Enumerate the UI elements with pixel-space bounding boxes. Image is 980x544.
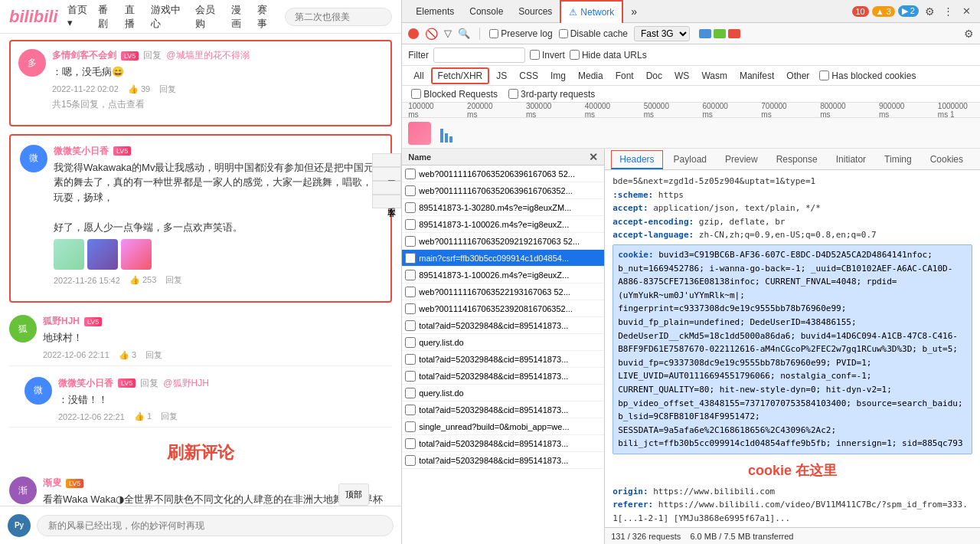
like-btn-2[interactable]: 👍 253 [129,275,156,285]
request-row-17[interactable]: total?aid=520329848&cid=895141873... [402,435,604,452]
reply-btn-3[interactable]: 回复 [145,349,162,361]
tab-payload[interactable]: Payload [666,151,714,169]
type-tab-ws[interactable]: WS [669,69,694,83]
request-checkbox-11[interactable] [405,337,416,348]
tab-cookies[interactable]: Cookies [923,151,971,169]
tab-headers[interactable]: Headers [611,150,662,169]
request-row-18[interactable]: total?aid=520329848&cid=895141873... [402,452,604,469]
preserve-log-label[interactable]: Preserve log [489,28,552,39]
tab-console[interactable]: Console [462,0,511,23]
nav-sports[interactable]: 赛事 [257,3,276,31]
nav-game[interactable]: 游戏中心 [151,3,188,31]
reply-username-1[interactable]: @城墙里的花不得溺 [166,49,249,62]
request-checkbox-15[interactable] [405,405,416,415]
preserve-log-checkbox[interactable] [489,29,498,38]
request-row-5[interactable]: web?00111116706352092192167063 52... [402,233,604,250]
request-checkbox-16[interactable] [405,421,416,432]
requests-body[interactable]: web?0011111670635206396167063 52... web?… [402,165,604,544]
nav-manga[interactable]: 漫画 [231,3,250,31]
blocked-requests-checkbox[interactable] [411,89,421,99]
reply-btn-4[interactable]: 回复 [161,411,178,422]
side-btn-new[interactable]: 新版反馈 [372,153,401,167]
tab-elements[interactable]: Elements [408,0,462,23]
nav-live[interactable]: 直播 [125,3,143,31]
request-row-16[interactable]: single_unread?build=0&mobi_app=we... [402,418,604,435]
third-party-label[interactable]: 3rd-party requests [508,89,595,100]
request-checkbox-5[interactable] [405,236,416,247]
side-btn-small[interactable]: 小窗 [372,181,401,195]
tab-timing[interactable]: Timing [877,151,920,169]
hide-data-urls-checkbox[interactable] [570,50,580,60]
tab-response[interactable]: Response [769,151,825,169]
request-checkbox-6[interactable] [405,253,416,264]
type-tab-wasm[interactable]: Wasm [696,69,733,83]
search-input[interactable] [285,8,392,26]
like-btn-4[interactable]: 👍 1 [134,411,152,421]
disable-cache-label[interactable]: Disable cache [559,28,628,39]
request-row-13[interactable]: total?aid=520329848&cid=895141873... [402,368,604,385]
request-row-9[interactable]: web?001114167063523920816706352... [402,300,604,317]
close-panel-icon[interactable]: ✕ [589,151,598,163]
invert-label[interactable]: Invert [530,50,565,61]
type-tab-font[interactable]: Font [610,69,639,83]
vertical-dots-icon[interactable]: ⋮ [940,4,956,19]
nav-bangumi[interactable]: 番剧 [98,3,116,31]
type-tab-js[interactable]: JS [491,69,512,83]
request-row-11[interactable]: query.list.do [402,334,604,351]
type-tab-media[interactable]: Media [573,69,609,83]
invert-checkbox[interactable] [530,50,540,60]
request-row-3[interactable]: 895141873-1-30280.m4s?e=ig8euxZM... [402,199,604,216]
request-row-14[interactable]: query.list.do [402,385,604,401]
request-checkbox-14[interactable] [405,388,416,398]
side-btn-customer[interactable]: 客服 [372,195,401,208]
username-1[interactable]: 多情剑客不会剑 [52,49,116,62]
type-tab-other[interactable]: Other [781,69,815,83]
request-checkbox-17[interactable] [405,438,416,449]
request-row-12[interactable]: total?aid=520329848&cid=895141873... [402,351,604,368]
side-btn-back[interactable]: 回到旧版 [372,167,401,181]
type-tab-doc[interactable]: Doc [641,69,668,83]
request-row-7[interactable]: 895141873-1-100026.m4s?e=ig8euxZ... [402,267,604,283]
filter-input[interactable] [433,48,525,63]
nav-home[interactable]: 首页▾ [67,3,91,31]
settings-icon[interactable]: ⚙ [922,4,937,19]
tab-sources[interactable]: Sources [511,0,560,23]
tab-network[interactable]: ⚠ Network [560,0,623,23]
close-devtools-icon[interactable]: ✕ [959,4,974,19]
request-checkbox-7[interactable] [405,270,416,280]
request-checkbox-9[interactable] [405,303,416,314]
request-checkbox-13[interactable] [405,371,416,382]
type-tab-manifest[interactable]: Manifest [734,69,779,83]
request-checkbox-18[interactable] [405,455,416,466]
request-row-8[interactable]: web?001111167063522193167063 52... [402,283,604,300]
username-2[interactable]: 微微笑小日香 [54,145,109,158]
nav-shop[interactable]: 会员购 [195,3,223,31]
request-checkbox-8[interactable] [405,287,416,297]
filter-icon[interactable]: ▽ [444,28,452,39]
type-tab-fetch-xhr[interactable]: Fetch/XHR [431,67,490,84]
tab-more[interactable]: » [623,0,645,23]
network-settings-icon[interactable]: ⚙ [964,28,974,40]
disable-cache-checkbox[interactable] [559,29,568,38]
request-checkbox-4[interactable] [405,219,416,230]
request-row-10[interactable]: total?aid=520329848&cid=895141873... [402,317,604,334]
request-row-4[interactable]: 895141873-1-100026.m4s?e=ig8euxZ... [402,216,604,233]
tab-preview[interactable]: Preview [717,151,766,169]
request-checkbox-12[interactable] [405,354,416,365]
type-tab-all[interactable]: All [408,69,429,83]
type-tab-css[interactable]: CSS [514,69,544,83]
reply-btn-2[interactable]: 回复 [165,274,182,286]
clear-button[interactable]: 🚫 [425,28,438,40]
third-party-checkbox[interactable] [508,89,518,99]
like-btn-1[interactable]: 👍 39 [128,84,150,94]
throttle-select[interactable]: Fast 3G [634,26,690,41]
record-button[interactable] [408,28,419,39]
request-checkbox-3[interactable] [405,202,416,213]
request-checkbox-1[interactable] [405,169,416,179]
has-blocked-cookies-checkbox[interactable] [819,70,829,80]
reply-btn-1[interactable]: 回复 [159,84,176,95]
search-icon[interactable]: 🔍 [458,28,470,39]
request-row-2[interactable]: web?001111167063520639616706352... [402,182,604,199]
username-4[interactable]: 微微笑小日香 [58,377,113,390]
request-row-15[interactable]: total?aid=520329848&cid=895141873... [402,401,604,418]
